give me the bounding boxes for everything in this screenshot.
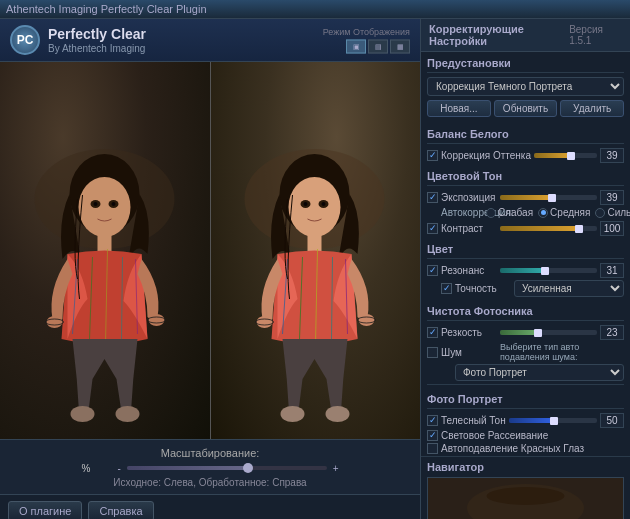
skin-tone-checkbox[interactable] <box>427 415 438 426</box>
resonance-value: 31 <box>600 263 624 278</box>
preset-select[interactable]: Коррекция Темного Портрета <box>427 77 624 96</box>
noise-label[interactable]: Шум <box>427 347 497 358</box>
person-svg-right <box>238 139 393 439</box>
radio-medium-btn[interactable] <box>538 208 548 218</box>
sharpness-slider-container: 23 <box>500 325 624 340</box>
skin-tone-slider-thumb <box>550 417 558 425</box>
tint-slider-container: 39 <box>534 148 624 163</box>
source-label: Исходное: Слева, Обработанное: Справа <box>113 477 306 488</box>
exposure-slider-container: 39 <box>500 190 624 205</box>
noise-checkbox[interactable] <box>427 347 438 358</box>
footer-buttons: О плагине Справка <box>0 494 420 519</box>
resonance-row: Резонанс 31 <box>427 263 624 278</box>
contrast-label[interactable]: Контраст <box>427 223 497 234</box>
light-diffusion-row: Световое Рассеивание <box>427 430 624 441</box>
display-mode-btn-2[interactable]: ▤ <box>368 40 388 54</box>
contrast-slider[interactable] <box>500 226 597 231</box>
sharpness-checkbox[interactable] <box>427 327 438 338</box>
tint-slider[interactable] <box>534 153 597 158</box>
display-mode-btn-3[interactable]: ▦ <box>390 40 410 54</box>
svg-point-36 <box>304 202 308 206</box>
accuracy-checkbox[interactable] <box>441 283 452 294</box>
svg-point-17 <box>93 202 97 206</box>
light-diffusion-checkbox[interactable] <box>427 430 438 441</box>
accuracy-label[interactable]: Точность <box>441 283 511 294</box>
svg-point-28 <box>257 316 273 328</box>
radio-weak[interactable]: Слабая <box>486 207 533 218</box>
tint-correction-label[interactable]: Коррекция Оттенка <box>427 150 531 161</box>
svg-point-21 <box>289 177 341 237</box>
tint-correction-checkbox[interactable] <box>427 150 438 161</box>
radio-weak-btn[interactable] <box>486 208 496 218</box>
noise-row: Шум Выберите тип авто подавления шума: <box>427 342 624 362</box>
portrait-label: Фото Портрет <box>427 388 624 409</box>
resonance-label[interactable]: Резонанс <box>427 265 497 276</box>
new-preset-btn[interactable]: Новая... <box>427 100 491 117</box>
redeye-row: Автоподавление Красных Глаз <box>427 443 624 454</box>
display-mode-label: Режим Отображения <box>323 27 410 37</box>
version-text: Версия 1.5.1 <box>569 24 622 46</box>
display-mode-btn-1[interactable]: ▣ <box>346 40 366 54</box>
app-title: Perfectly Clear <box>48 26 146 43</box>
accuracy-row: Точность Усиленная <box>427 280 624 297</box>
update-preset-btn[interactable]: Обновить <box>494 100 558 117</box>
tint-slider-thumb <box>567 152 575 160</box>
presets-label: Предустановки <box>427 52 624 73</box>
contrast-row: Контраст 100 <box>427 221 624 236</box>
navigator-preview <box>427 477 624 519</box>
original-image <box>0 62 211 439</box>
original-photo <box>0 62 210 439</box>
sharpness-slider[interactable] <box>500 330 597 335</box>
svg-point-37 <box>322 202 326 206</box>
photo-clarity-label: Чистота Фотосника <box>427 300 624 321</box>
radio-strong[interactable]: Сильная <box>595 207 630 218</box>
zoom-row: % - + <box>10 463 410 474</box>
light-diffusion-label[interactable]: Световое Рассеивание <box>427 430 548 441</box>
title-bar: Athentech Imaging Perfectly Clear Plugin <box>0 0 630 19</box>
tint-correction-row: Коррекция Оттенка 39 <box>427 148 624 163</box>
resonance-checkbox[interactable] <box>427 265 438 276</box>
svg-point-33 <box>326 406 350 422</box>
delete-preset-btn[interactable]: Удалить <box>560 100 624 117</box>
zoom-minus: - <box>117 463 120 474</box>
left-panel: PC Perfectly Clear By Athentech Imaging … <box>0 19 420 519</box>
tint-slider-fill <box>534 153 569 158</box>
radio-medium[interactable]: Средняя <box>538 207 590 218</box>
redeye-checkbox[interactable] <box>427 443 438 454</box>
noise-type-select[interactable]: Фото Портрет <box>455 364 624 381</box>
title-bar-label: Athentech Imaging Perfectly Clear Plugin <box>6 3 207 15</box>
zoom-slider[interactable] <box>127 466 327 470</box>
resonance-slider[interactable] <box>500 268 597 273</box>
exposure-checkbox[interactable] <box>427 192 438 203</box>
contrast-slider-fill <box>500 226 578 231</box>
exposure-slider-thumb <box>548 194 556 202</box>
sharpness-label[interactable]: Резкость <box>427 327 497 338</box>
zoom-label: Масштабирование: <box>161 447 260 459</box>
tint-value: 39 <box>600 148 624 163</box>
settings-section: Предустановки Коррекция Темного Портрета… <box>421 52 630 456</box>
help-btn[interactable]: Справка <box>88 501 153 520</box>
noise-hint: Выберите тип авто подавления шума: <box>500 342 624 362</box>
white-balance-label: Баланс Белого <box>427 123 624 144</box>
skin-tone-slider[interactable] <box>509 418 597 423</box>
sharpness-value: 23 <box>600 325 624 340</box>
resonance-slider-thumb <box>541 267 549 275</box>
accuracy-select[interactable]: Усиленная <box>514 280 624 297</box>
contrast-slider-container: 100 <box>500 221 624 236</box>
contrast-checkbox[interactable] <box>427 223 438 234</box>
zoom-slider-fill <box>127 466 247 470</box>
svg-point-2 <box>78 177 130 237</box>
exposure-slider[interactable] <box>500 195 597 200</box>
redeye-label[interactable]: Автоподавление Красных Глаз <box>427 443 584 454</box>
svg-point-14 <box>115 406 139 422</box>
zoom-bar: Масштабирование: % - + Исходное: Слева, … <box>0 439 420 494</box>
navigator-label: Навигатор <box>427 461 624 473</box>
about-plugin-btn[interactable]: О плагине <box>8 501 82 520</box>
radio-strong-btn[interactable] <box>595 208 605 218</box>
autocorrect-label: Автокоррекция: <box>441 207 481 218</box>
skin-tone-label[interactable]: Телесный Тон <box>427 415 506 426</box>
right-header: Корректирующие Настройки Версия 1.5.1 <box>421 19 630 52</box>
autocorrect-row: Автокоррекция: Слабая Средняя Сильная <box>427 207 624 218</box>
skin-tone-slider-fill <box>509 418 553 423</box>
exposure-label[interactable]: Экспозиция <box>427 192 497 203</box>
